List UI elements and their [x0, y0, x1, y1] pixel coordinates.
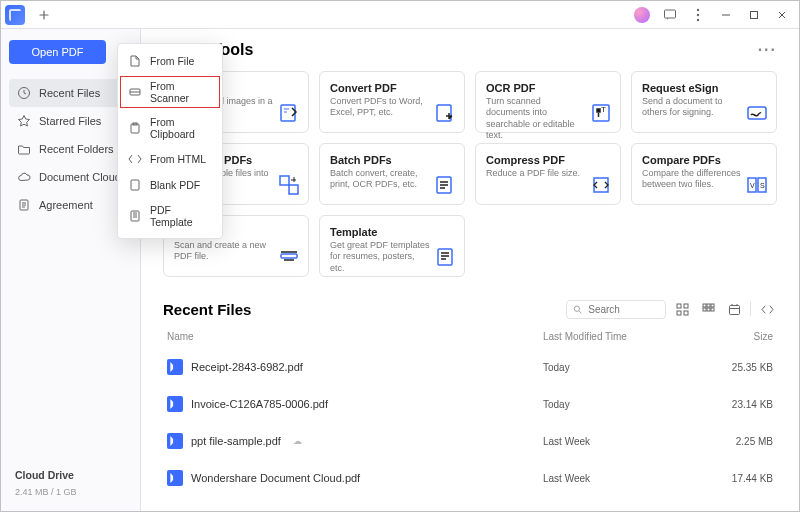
cloud-drive-label: Cloud Drive — [15, 469, 126, 481]
pdf-file-icon — [167, 396, 183, 412]
file-date: Today — [543, 362, 703, 373]
file-name: Wondershare Document Cloud.pdf — [191, 472, 360, 484]
storage-usage: 2.41 MB / 1 GB — [15, 487, 126, 497]
cloud-icon — [17, 170, 31, 184]
close-button[interactable] — [769, 4, 795, 26]
file-size: 17.44 KB — [703, 473, 773, 484]
svg-rect-12 — [280, 176, 289, 185]
card-title: Batch PDFs — [330, 154, 454, 166]
search-input[interactable] — [586, 303, 659, 316]
svg-rect-28 — [711, 304, 714, 307]
pdf-file-icon — [167, 470, 183, 486]
pdf-file-icon — [167, 359, 183, 375]
svg-text:S: S — [760, 182, 765, 189]
code-view-button[interactable] — [757, 299, 777, 319]
star-icon — [17, 114, 31, 128]
card-description: Scan and create a new PDF file. — [174, 240, 274, 263]
main-content: Quick Tools ··· Edit PDFEdit text and im… — [141, 29, 799, 511]
card-description: Convert PDFs to Word, Excel, PPT, etc. — [330, 96, 430, 119]
quick-tools-more-button[interactable]: ··· — [758, 41, 777, 59]
dropdown-item-blank-pdf[interactable]: Blank PDF — [118, 172, 222, 198]
blank-icon — [128, 178, 142, 192]
cloud-badge-icon: ☁ — [293, 436, 302, 446]
file-size: 23.14 KB — [703, 399, 773, 410]
card-icon — [434, 174, 456, 196]
svg-rect-19 — [281, 254, 297, 258]
profile-orb-icon — [634, 7, 650, 23]
dropdown-item-label: PDF Template — [150, 204, 212, 228]
svg-rect-24 — [677, 311, 681, 315]
dropdown-item-from-clipboard[interactable]: From Clipboard — [118, 110, 222, 146]
file-icon — [128, 54, 142, 68]
tool-card-batch-pdfs[interactable]: Batch PDFsBatch convert, create, print, … — [319, 143, 465, 205]
file-date: Today — [543, 399, 703, 410]
message-icon — [663, 8, 677, 22]
svg-rect-13 — [289, 185, 298, 194]
app-logo — [5, 5, 25, 25]
template-icon — [128, 209, 142, 223]
maximize-button[interactable] — [741, 4, 767, 26]
card-description: Turn scanned documents into searchable o… — [486, 96, 586, 141]
dropdown-item-label: Blank PDF — [150, 179, 200, 191]
file-row[interactable]: Receipt-2843-6982.pdfToday25.35 KB — [163, 349, 777, 386]
search-box[interactable] — [566, 300, 666, 319]
dropdown-item-from-html[interactable]: From HTML — [118, 146, 222, 172]
recent-files-title: Recent Files — [163, 301, 251, 318]
sidebar-item-label: Recent Folders — [39, 143, 114, 155]
angle-brackets-icon — [761, 303, 774, 316]
file-row[interactable]: Wondershare Document Cloud.pdfLast Week1… — [163, 460, 777, 497]
svg-rect-23 — [684, 304, 688, 308]
svg-rect-0 — [665, 10, 676, 18]
sidebar-item-label: Agreement — [39, 199, 93, 211]
dropdown-item-pdf-template[interactable]: PDF Template — [118, 198, 222, 234]
sidebar-item-recent-files[interactable]: Recent Files — [9, 79, 132, 107]
feedback-button[interactable] — [657, 4, 683, 26]
dropdown-item-from-file[interactable]: From File — [118, 48, 222, 74]
profile-button[interactable] — [629, 4, 655, 26]
card-description: Send a document to others for signing. — [642, 96, 742, 119]
close-icon — [777, 10, 787, 20]
html-icon — [128, 152, 142, 166]
tool-card-compress-pdf[interactable]: Compress PDFReduce a PDF file size. — [475, 143, 621, 205]
svg-rect-30 — [707, 308, 710, 311]
svg-rect-20 — [438, 249, 452, 265]
kebab-menu-button[interactable] — [685, 4, 711, 26]
file-date: Last Week — [543, 436, 703, 447]
tool-card-compare-pdfs[interactable]: Compare PDFsCompare the differences betw… — [631, 143, 777, 205]
card-description: Get great PDF templates for resumes, pos… — [330, 240, 430, 274]
card-description: Compare the differences between two file… — [642, 168, 742, 191]
minimize-button[interactable] — [713, 4, 739, 26]
file-name: ppt file-sample.pdf — [191, 435, 281, 447]
card-icon — [590, 174, 612, 196]
card-icon — [746, 102, 768, 124]
file-row[interactable]: ppt file-sample.pdf☁Last Week2.25 MB — [163, 423, 777, 460]
sidebar-item-recent-folders[interactable]: Recent Folders — [9, 135, 132, 163]
clipboard-icon — [128, 121, 142, 135]
view-large-button[interactable] — [672, 299, 692, 319]
card-icon: VS — [746, 174, 768, 196]
pdf-file-icon — [167, 433, 183, 449]
tool-card-convert-pdf[interactable]: Convert PDFConvert PDFs to Word, Excel, … — [319, 71, 465, 133]
sidebar-item-agreement[interactable]: Agreement — [9, 191, 132, 219]
sidebar-item-starred-files[interactable]: Starred Files — [9, 107, 132, 135]
tool-card-ocr-pdf[interactable]: OCR PDFTurn scanned documents into searc… — [475, 71, 621, 133]
svg-rect-32 — [729, 305, 739, 314]
calendar-filter-button[interactable] — [724, 299, 744, 319]
new-tab-button[interactable] — [31, 4, 57, 26]
tool-card-request-esign[interactable]: Request eSignSend a document to others f… — [631, 71, 777, 133]
svg-text:T: T — [601, 105, 606, 114]
sidebar-item-document-cloud[interactable]: Document Cloud — [9, 163, 132, 191]
dropdown-item-label: From Clipboard — [150, 116, 212, 140]
maximize-icon — [749, 10, 759, 20]
tool-card-template[interactable]: TemplateGet great PDF templates for resu… — [319, 215, 465, 277]
file-size: 25.35 KB — [703, 362, 773, 373]
open-pdf-button[interactable]: Open PDF — [9, 40, 106, 64]
svg-rect-11 — [748, 107, 766, 119]
clock-icon — [17, 86, 31, 100]
doc-icon — [17, 198, 31, 212]
file-size: 2.25 MB — [703, 436, 773, 447]
dropdown-item-from-scanner[interactable]: From Scanner — [118, 74, 222, 110]
file-row[interactable]: Invoice-C126A785-0006.pdfToday23.14 KB — [163, 386, 777, 423]
card-icon: T — [590, 102, 612, 124]
view-small-button[interactable] — [698, 299, 718, 319]
